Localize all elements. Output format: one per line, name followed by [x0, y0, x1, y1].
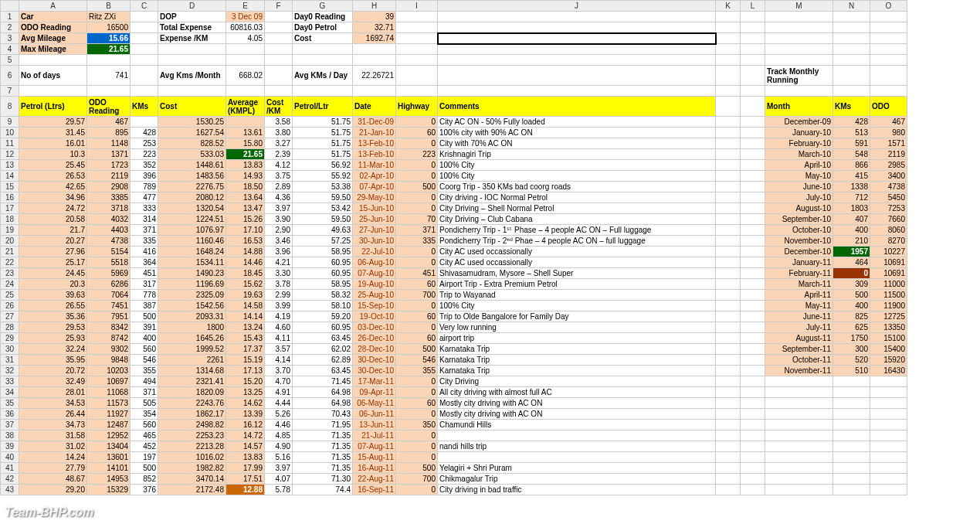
- cell-J29[interactable]: airport trip: [438, 333, 716, 344]
- cell-O29[interactable]: 15100: [870, 333, 907, 344]
- cell-F21[interactable]: 3.96: [265, 247, 293, 257]
- cell-G24[interactable]: 58.95: [293, 279, 353, 290]
- hdr-I[interactable]: Highway: [396, 97, 438, 117]
- cell-D9[interactable]: 1530.25: [158, 117, 226, 128]
- cell-E37[interactable]: 16.12: [226, 420, 265, 430]
- cell-A35[interactable]: 34.53: [19, 398, 87, 409]
- cell-H1[interactable]: 39: [353, 12, 396, 22]
- cell-F36[interactable]: 5.26: [265, 409, 293, 420]
- cell-E10[interactable]: 13.61: [226, 128, 265, 138]
- row-7[interactable]: 7: [1, 86, 19, 97]
- cell-J14[interactable]: 100% City: [438, 171, 716, 182]
- cell-L1[interactable]: [741, 12, 765, 22]
- cell-O38[interactable]: [870, 430, 907, 441]
- cell-L25[interactable]: [741, 290, 765, 301]
- cell-N3[interactable]: [833, 33, 870, 44]
- cell-E33[interactable]: 15.20: [226, 376, 265, 387]
- cell-J38[interactable]: [438, 430, 716, 441]
- cell-B42[interactable]: 14953: [87, 474, 131, 485]
- cell-H26[interactable]: 15-Sep-10: [353, 301, 396, 311]
- cell-G40[interactable]: 71.35: [293, 452, 353, 463]
- cell-L4[interactable]: [741, 44, 765, 55]
- cell-J5[interactable]: [438, 55, 716, 66]
- cell-N31[interactable]: 520: [833, 355, 870, 366]
- cell-A32[interactable]: 20.72: [19, 366, 87, 376]
- cell-G19[interactable]: 49.63: [293, 225, 353, 236]
- cell-J21[interactable]: City AC used occassionally: [438, 247, 716, 257]
- cell-N5[interactable]: [833, 55, 870, 66]
- cell-G9[interactable]: 51.75: [293, 117, 353, 128]
- cell-N16[interactable]: 712: [833, 192, 870, 203]
- cell-A6[interactable]: No of days: [19, 66, 87, 86]
- col-I[interactable]: I: [396, 1, 438, 12]
- cell-C36[interactable]: 354: [131, 409, 158, 420]
- row-33[interactable]: 33: [1, 376, 19, 387]
- cell-H16[interactable]: 29-May-10: [353, 192, 396, 203]
- cell-H30[interactable]: 28-Dec-10: [353, 344, 396, 355]
- cell-D38[interactable]: 2253.23: [158, 430, 226, 441]
- cell-J39[interactable]: nandi hills trip: [438, 441, 716, 452]
- cell-M17[interactable]: August-10: [765, 203, 833, 214]
- cell-H27[interactable]: 19-Oct-10: [353, 311, 396, 322]
- cell-L23[interactable]: [741, 268, 765, 279]
- cell-D24[interactable]: 1196.69: [158, 279, 226, 290]
- cell-A40[interactable]: 14.24: [19, 452, 87, 463]
- cell-J25[interactable]: Trip to Wayanad: [438, 290, 716, 301]
- row-35[interactable]: 35: [1, 398, 19, 409]
- row-40[interactable]: 40: [1, 452, 19, 463]
- cell-J41[interactable]: Yelagiri + Shri Puram: [438, 463, 716, 474]
- cell-A26[interactable]: 26.55: [19, 301, 87, 311]
- cell-L18[interactable]: [741, 214, 765, 225]
- cell-O32[interactable]: 16430: [870, 366, 907, 376]
- row-39[interactable]: 39: [1, 441, 19, 452]
- cell-N11[interactable]: 591: [833, 138, 870, 149]
- row-6[interactable]: 6: [1, 66, 19, 86]
- cell-I19[interactable]: 371: [396, 225, 438, 236]
- cell-E6[interactable]: 668.02: [226, 66, 265, 86]
- cell-C19[interactable]: 371: [131, 225, 158, 236]
- cell-O33[interactable]: [870, 376, 907, 387]
- cell-H40[interactable]: 15-Aug-11: [353, 452, 396, 463]
- cell-D17[interactable]: 1320.54: [158, 203, 226, 214]
- cell-C20[interactable]: 335: [131, 236, 158, 247]
- cell-N24[interactable]: 309: [833, 279, 870, 290]
- cell-C1[interactable]: [131, 12, 158, 22]
- cell-B29[interactable]: 8742: [87, 333, 131, 344]
- cell-C12[interactable]: 223: [131, 149, 158, 160]
- cell-J35[interactable]: Mostly city driving with AC ON: [438, 398, 716, 409]
- cell-I39[interactable]: 0: [396, 441, 438, 452]
- cell-B17[interactable]: 3718: [87, 203, 131, 214]
- cell-D31[interactable]: 2261: [158, 355, 226, 366]
- cell-B26[interactable]: 7451: [87, 301, 131, 311]
- cell-B39[interactable]: 13404: [87, 441, 131, 452]
- cell-E1[interactable]: 3 Dec 09: [226, 12, 265, 22]
- cell-O30[interactable]: 15400: [870, 344, 907, 355]
- cell-L9[interactable]: [741, 117, 765, 128]
- cell-K38[interactable]: [716, 430, 741, 441]
- cell-E23[interactable]: 18.45: [226, 268, 265, 279]
- cell-F41[interactable]: 3.97: [265, 463, 293, 474]
- cell-A33[interactable]: 32.49: [19, 376, 87, 387]
- cell-C16[interactable]: 477: [131, 192, 158, 203]
- cell-G26[interactable]: 58.10: [293, 301, 353, 311]
- cell-B13[interactable]: 1723: [87, 160, 131, 171]
- cell-F9[interactable]: 3.58: [265, 117, 293, 128]
- row-11[interactable]: 11: [1, 138, 19, 149]
- cell-I41[interactable]: 500: [396, 463, 438, 474]
- cell-C10[interactable]: 428: [131, 128, 158, 138]
- cell-L16[interactable]: [741, 192, 765, 203]
- cell-H20[interactable]: 30-Jun-10: [353, 236, 396, 247]
- cell-E9[interactable]: [226, 117, 265, 128]
- cell-G16[interactable]: 59.50: [293, 192, 353, 203]
- cell-J43[interactable]: City driving in bad traffic: [438, 485, 716, 495]
- row-21[interactable]: 21: [1, 247, 19, 257]
- hdr-O[interactable]: ODO: [870, 97, 907, 117]
- cell-D18[interactable]: 1224.51: [158, 214, 226, 225]
- cell-G39[interactable]: 71.35: [293, 441, 353, 452]
- cell-A10[interactable]: 31.45: [19, 128, 87, 138]
- cell-I12[interactable]: 223: [396, 149, 438, 160]
- cell-M31[interactable]: October-11: [765, 355, 833, 366]
- cell-N33[interactable]: [833, 376, 870, 387]
- row-1[interactable]: 1: [1, 12, 19, 22]
- cell-I5[interactable]: [396, 55, 438, 66]
